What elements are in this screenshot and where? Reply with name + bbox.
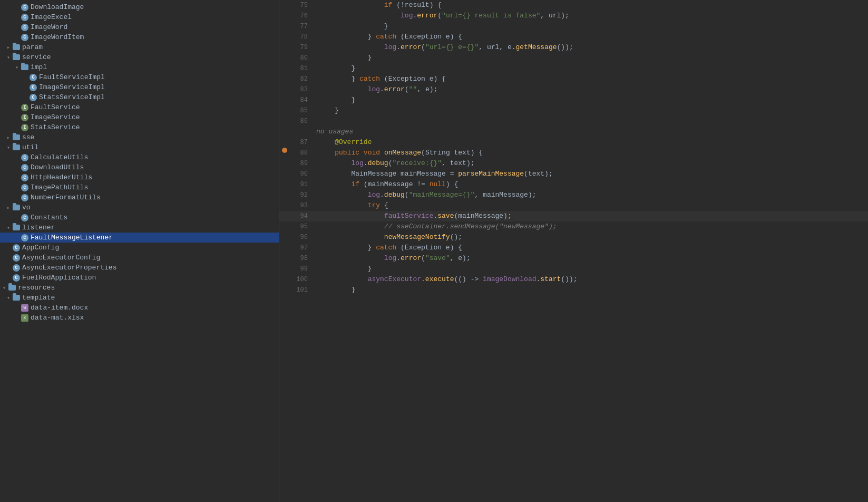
tree-item-stats-service-impl[interactable]: C StatsServiceImpl (0, 92, 279, 102)
tree-arrow (4, 144, 13, 151)
tree-item-listener[interactable]: listener (0, 223, 279, 233)
code-line: 88 public void onMessage(String text) { (279, 148, 868, 158)
tree-arrow (4, 205, 13, 211)
tree-label: util (22, 143, 38, 151)
code-line: 87 @Override (279, 137, 868, 148)
interface-icon: I (21, 104, 28, 111)
tree-label: data-mat.xlsx (31, 314, 84, 322)
class-icon: C (21, 174, 28, 181)
code-line: 83 log.error("", e); (279, 84, 868, 95)
tree-item-data-mat-xlsx[interactable]: X data-mat.xlsx (0, 313, 279, 323)
tree-label: resources (18, 284, 55, 292)
tree-item-image-path-utils[interactable]: C ImagePathUtils (0, 182, 279, 192)
tree-arrow (4, 225, 13, 231)
tree-item-calculate-utils[interactable]: C CalculateUtils (0, 152, 279, 162)
file-icon: X (21, 314, 28, 322)
line-content: } catch (Exception e) { (316, 243, 868, 253)
line-content: } (316, 105, 868, 116)
line-number: 90 (290, 169, 316, 179)
tree-item-fault-message-listener[interactable]: C FaultMessageListener (0, 233, 279, 243)
tree-label: DownloadUtils (31, 163, 84, 171)
class-icon: C (21, 14, 28, 21)
class-icon: C (21, 194, 28, 201)
line-number: 95 (290, 221, 316, 232)
folder-icon (13, 144, 20, 150)
tree-item-image-excel[interactable]: C ImageExcel (0, 12, 279, 22)
tree-item-template[interactable]: template (0, 293, 279, 303)
code-line: 89 log.debug("receive:{}", text); (279, 158, 868, 169)
tree-label: StatsService (31, 123, 80, 131)
class-icon: C (21, 214, 28, 221)
code-line: 90 MainMessage mainMessage = parseMainMe… (279, 169, 868, 179)
tree-item-util[interactable]: util (0, 142, 279, 152)
tree-item-impl[interactable]: impl (0, 62, 279, 72)
tree-label: service (22, 53, 51, 61)
line-content: } catch (Exception e) { (316, 74, 868, 84)
line-content: if (!result) { (316, 0, 868, 11)
tree-item-stats-service[interactable]: I StatsService (0, 122, 279, 132)
tree-item-constants[interactable]: C Constants (0, 213, 279, 223)
tree-label: CalculateUtils (31, 153, 88, 161)
line-content: } (316, 53, 868, 63)
tree-item-sse[interactable]: sse (0, 132, 279, 142)
breakpoint-indicator (282, 148, 287, 153)
code-editor[interactable]: 75 if (!result) { 76 log.error("url={} r… (279, 0, 868, 502)
tree-item-app-config[interactable]: C AppConfig (0, 243, 279, 253)
code-line: 81 } (279, 63, 868, 74)
class-icon: C (21, 184, 28, 191)
tree-item-image-word[interactable]: C ImageWord (0, 22, 279, 32)
line-content: MainMessage mainMessage = parseMainMessa… (316, 169, 868, 179)
class-icon: C (21, 24, 28, 31)
code-line: 82 } catch (Exception e) { (279, 74, 868, 84)
folder-icon (8, 285, 16, 291)
tree-item-download-utils[interactable]: C DownloadUtils (0, 162, 279, 172)
code-line: 99 } (279, 264, 868, 274)
tree-label: listener (22, 224, 55, 231)
line-content: } catch (Exception e) { (316, 32, 868, 42)
tree-item-resources[interactable]: resources (0, 283, 279, 293)
code-line: 75 if (!result) { (279, 0, 868, 11)
code-line: 79 log.error("url={} e={}", url, e.getMe… (279, 42, 868, 53)
tree-item-data-item-docx[interactable]: W data-item.docx (0, 303, 279, 313)
class-icon: C (13, 264, 20, 272)
tree-label: HttpHeaderUtils (31, 173, 92, 181)
tree-item-fuel-rod-application[interactable]: C FuelRodApplication (0, 273, 279, 283)
line-content: faultService.save(mainMessage); (316, 211, 868, 221)
code-line-highlighted: 94 faultService.save(mainMessage); (279, 211, 868, 221)
tree-item-async-executor-properties[interactable]: C AsyncExecutorProperties (0, 263, 279, 273)
tree-label: sse (22, 133, 34, 141)
tree-item-service[interactable]: service (0, 52, 279, 62)
code-line: 97 } catch (Exception e) { (279, 243, 868, 253)
tree-item-vo[interactable]: vo (0, 202, 279, 213)
code-line: 101 } (279, 285, 868, 295)
tree-item-image-word-item[interactable]: C ImageWordItem (0, 32, 279, 42)
line-content: log.error("url={} e={}", url, e.getMessa… (316, 42, 868, 53)
tree-item-async-executor-config[interactable]: C AsyncExecutorConfig (0, 253, 279, 263)
line-number: 100 (290, 274, 316, 285)
no-usages-line: no usages (279, 127, 868, 137)
tree-item-download-image[interactable]: C DownloadImage (0, 2, 279, 12)
tree-label: Constants (31, 214, 67, 221)
tree-item-http-header-utils[interactable]: C HttpHeaderUtils (0, 172, 279, 182)
tree-item-param[interactable]: param (0, 42, 279, 52)
line-number: 93 (290, 200, 316, 211)
line-content: } (316, 21, 868, 32)
line-content: public void onMessage(String text) { (316, 148, 868, 158)
line-number: 80 (290, 53, 316, 63)
tree-item-fault-service-impl[interactable]: C FaultServiceImpl (0, 72, 279, 82)
tree-item-fault-service[interactable]: I FaultService (0, 102, 279, 112)
line-content: log.error("", e); (316, 84, 868, 95)
tree-item-image-service-impl[interactable]: C ImageServiceImpl (0, 82, 279, 92)
line-content: } (316, 285, 868, 295)
line-number: 89 (290, 158, 316, 169)
file-tree[interactable]: C DownloadImage C ImageExcel C ImageWord… (0, 0, 279, 502)
line-content: } (316, 63, 868, 74)
tree-label: StatsServiceImpl (39, 93, 105, 101)
tree-label: ImageExcel (31, 13, 72, 21)
tree-item-image-service[interactable]: I ImageService (0, 112, 279, 122)
folder-icon (13, 134, 20, 140)
tree-arrow (0, 285, 8, 291)
line-content: } (316, 264, 868, 274)
code-line: 78 } catch (Exception e) { (279, 32, 868, 42)
tree-item-number-format-utils[interactable]: C NumberFormatUtils (0, 192, 279, 202)
